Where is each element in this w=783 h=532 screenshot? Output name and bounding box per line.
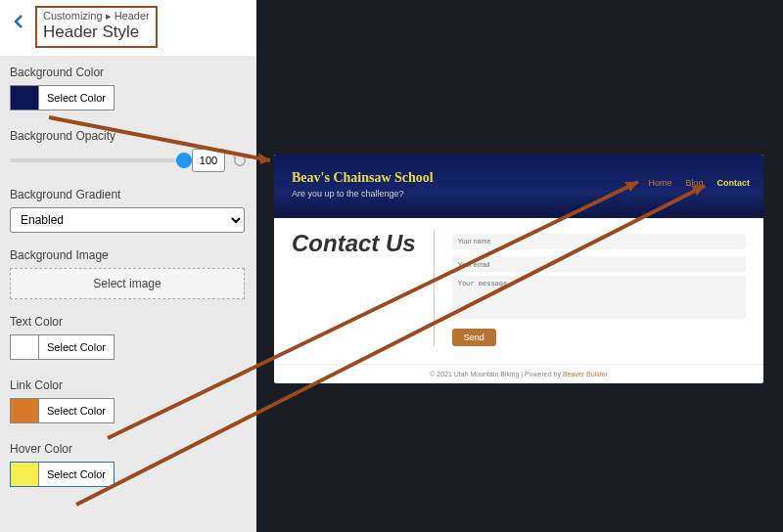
reset-icon[interactable] [233, 154, 247, 167]
bg-color-select-button[interactable]: Select Color [38, 86, 114, 110]
section-hover-color: Hover Color Select Color [0, 432, 256, 496]
customizer-sidebar: Customizing ▸ Header Header Style Backgr… [0, 0, 256, 532]
opacity-slider[interactable] [10, 158, 184, 162]
preview-body: Contact Us Send [274, 218, 763, 364]
name-field[interactable] [452, 234, 746, 249]
svg-marker-2 [258, 153, 270, 164]
section-link-color: Link Color Select Color [0, 369, 256, 432]
section-bg-color: Background Color Select Color [0, 56, 256, 119]
section-bg-gradient: Background Gradient Enabled [0, 178, 256, 239]
preview-nav: Home Blog Contact [648, 178, 750, 188]
text-color-swatch [11, 335, 38, 359]
preview-header: Beav's Chainsaw School Are you up to the… [274, 155, 763, 218]
bg-gradient-select[interactable]: Enabled [10, 207, 245, 233]
section-bg-opacity: Background Opacity [0, 119, 256, 178]
link-color-select-button[interactable]: Select Color [38, 399, 114, 422]
send-button[interactable]: Send [452, 329, 496, 346]
page-heading: Contact Us [292, 230, 416, 257]
section-text-color: Text Color Select Color [0, 305, 256, 369]
hover-color-select-button[interactable]: Select Color [38, 463, 114, 486]
email-field[interactable] [452, 256, 746, 272]
hover-color-picker[interactable]: Select Color [10, 462, 115, 487]
nav-home[interactable]: Home [648, 178, 671, 188]
bg-image-label: Background Image [10, 248, 247, 262]
message-field[interactable] [452, 276, 746, 319]
site-tagline: Are you up to the challenge? [292, 189, 746, 199]
chevron-left-icon [12, 14, 27, 29]
slider-thumb[interactable] [176, 153, 192, 168]
text-color-label: Text Color [10, 315, 247, 329]
sidebar-header: Customizing ▸ Header Header Style [0, 0, 256, 56]
breadcrumb: Customizing ▸ Header [43, 10, 150, 22]
back-button[interactable] [12, 14, 27, 29]
nav-contact[interactable]: Contact [717, 178, 751, 188]
opacity-input[interactable] [192, 149, 225, 172]
bg-color-swatch [11, 86, 38, 110]
footer-text: © 2021 Utah Mountain Biking | Powered by [430, 371, 563, 377]
title-highlight-box: Customizing ▸ Header Header Style [35, 6, 158, 48]
contact-form: Send [452, 230, 746, 346]
select-image-button[interactable]: Select image [10, 268, 245, 299]
link-color-swatch [11, 399, 38, 422]
preview-pane: Beav's Chainsaw School Are you up to the… [274, 155, 763, 383]
bg-gradient-label: Background Gradient [10, 188, 247, 201]
bg-color-label: Background Color [10, 66, 247, 79]
bg-color-picker[interactable]: Select Color [10, 85, 115, 111]
link-color-label: Link Color [10, 378, 247, 392]
section-bg-image: Background Image Select image [0, 239, 256, 305]
hover-color-label: Hover Color [10, 442, 247, 456]
text-color-picker[interactable]: Select Color [10, 334, 115, 360]
preview-heading-col: Contact Us [292, 230, 435, 346]
bg-opacity-label: Background Opacity [10, 129, 247, 143]
hover-color-swatch [11, 463, 38, 486]
link-color-picker[interactable]: Select Color [10, 398, 115, 423]
page-title: Header Style [43, 22, 150, 42]
nav-blog[interactable]: Blog [685, 178, 703, 188]
preview-footer: © 2021 Utah Mountain Biking | Powered by… [274, 364, 763, 383]
text-color-select-button[interactable]: Select Color [38, 335, 114, 359]
footer-link[interactable]: Beaver Builder [563, 371, 608, 377]
svg-marker-0 [233, 155, 237, 159]
